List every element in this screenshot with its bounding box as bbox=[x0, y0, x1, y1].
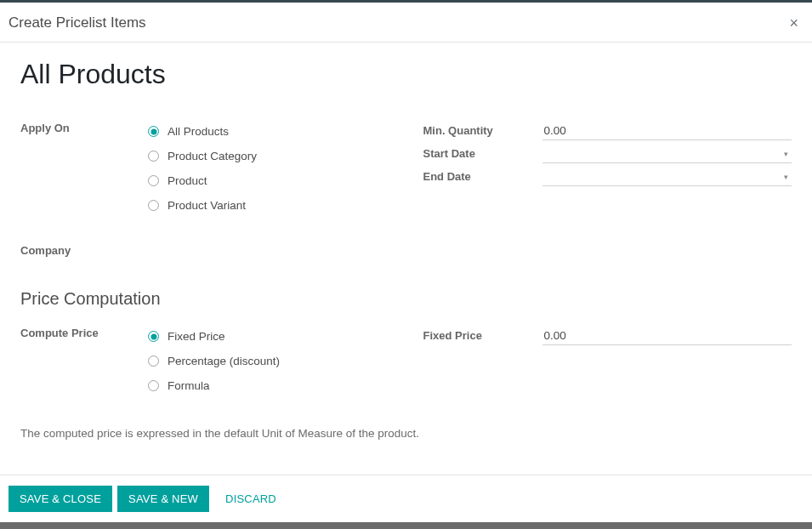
save-close-button[interactable]: SAVE & CLOSE bbox=[9, 486, 112, 512]
compute-price-radio-group: Fixed Price Percentage (discount) Formul… bbox=[148, 324, 389, 398]
fixed-price-input-wrap bbox=[542, 327, 792, 345]
apply-on-option-product-variant[interactable]: Product Variant bbox=[148, 193, 389, 218]
top-section: Apply On All Products Product Category P… bbox=[20, 119, 792, 257]
min-quantity-input-wrap bbox=[542, 122, 792, 140]
radio-icon bbox=[148, 380, 159, 391]
radio-label: Formula bbox=[168, 379, 210, 392]
start-date-row: Start Date ▾ bbox=[423, 142, 792, 165]
apply-on-radio-group: All Products Product Category Product Pr… bbox=[148, 119, 389, 218]
compute-price-option-fixed[interactable]: Fixed Price bbox=[148, 324, 389, 349]
min-quantity-input[interactable] bbox=[542, 122, 792, 140]
radio-label: All Products bbox=[168, 125, 229, 138]
fixed-price-label: Fixed Price bbox=[423, 329, 534, 342]
apply-on-label: Apply On bbox=[20, 119, 148, 134]
apply-on-option-all-products[interactable]: All Products bbox=[148, 119, 389, 144]
spacer bbox=[20, 262, 792, 282]
discard-button[interactable]: DISCARD bbox=[214, 486, 287, 512]
compute-price-row: Compute Price Fixed Price Percentage (di… bbox=[20, 324, 389, 398]
radio-icon bbox=[148, 126, 159, 137]
start-date-input-wrap[interactable]: ▾ bbox=[542, 145, 792, 163]
left-column: Apply On All Products Product Category P… bbox=[20, 119, 389, 257]
end-date-label: End Date bbox=[423, 170, 534, 183]
apply-on-row: Apply On All Products Product Category P… bbox=[20, 119, 389, 218]
fixed-price-row: Fixed Price bbox=[423, 324, 792, 347]
radio-icon bbox=[148, 331, 159, 342]
footnote-text: The computed price is expressed in the d… bbox=[20, 427, 792, 440]
min-quantity-label: Min. Quantity bbox=[423, 124, 534, 137]
radio-label: Product Category bbox=[168, 150, 257, 162]
radio-label: Fixed Price bbox=[168, 330, 225, 343]
start-date-input[interactable] bbox=[542, 145, 792, 163]
end-date-row: End Date ▾ bbox=[423, 165, 792, 188]
page-title: All Products bbox=[20, 59, 792, 90]
apply-on-option-product[interactable]: Product bbox=[148, 168, 389, 193]
right-column: Min. Quantity Start Date ▾ End Date ▾ bbox=[423, 119, 792, 257]
radio-label: Product Variant bbox=[168, 199, 246, 212]
radio-icon bbox=[148, 175, 159, 186]
modal-body: All Products Apply On All Products Produ… bbox=[0, 43, 812, 456]
fixed-price-input[interactable] bbox=[542, 327, 792, 345]
modal-header: Create Pricelist Items × bbox=[0, 3, 812, 43]
apply-on-option-product-category[interactable]: Product Category bbox=[148, 144, 389, 168]
company-label: Company bbox=[20, 242, 148, 257]
radio-label: Percentage (discount) bbox=[168, 355, 280, 367]
radio-label: Product bbox=[168, 174, 207, 187]
price-computation-title: Price Computation bbox=[20, 289, 792, 309]
end-date-input-wrap[interactable]: ▾ bbox=[542, 168, 792, 186]
radio-icon bbox=[148, 200, 159, 211]
modal-footer: SAVE & CLOSE SAVE & NEW DISCARD bbox=[0, 475, 812, 522]
end-date-input[interactable] bbox=[542, 168, 792, 186]
window-bottom-border bbox=[0, 522, 812, 529]
left-column: Compute Price Fixed Price Percentage (di… bbox=[20, 324, 389, 398]
compute-section: Compute Price Fixed Price Percentage (di… bbox=[20, 324, 792, 398]
modal-title: Create Pricelist Items bbox=[9, 14, 146, 31]
radio-icon bbox=[148, 356, 159, 367]
radio-icon bbox=[148, 151, 159, 162]
save-new-button[interactable]: SAVE & NEW bbox=[117, 486, 209, 512]
close-icon: × bbox=[789, 14, 798, 31]
close-button[interactable]: × bbox=[789, 15, 798, 31]
compute-price-option-formula[interactable]: Formula bbox=[148, 373, 389, 398]
start-date-label: Start Date bbox=[423, 147, 534, 160]
compute-price-option-percentage[interactable]: Percentage (discount) bbox=[148, 349, 389, 373]
min-quantity-row: Min. Quantity bbox=[423, 119, 792, 142]
right-column: Fixed Price bbox=[423, 324, 792, 398]
company-row: Company bbox=[20, 242, 389, 257]
compute-price-label: Compute Price bbox=[20, 324, 148, 339]
